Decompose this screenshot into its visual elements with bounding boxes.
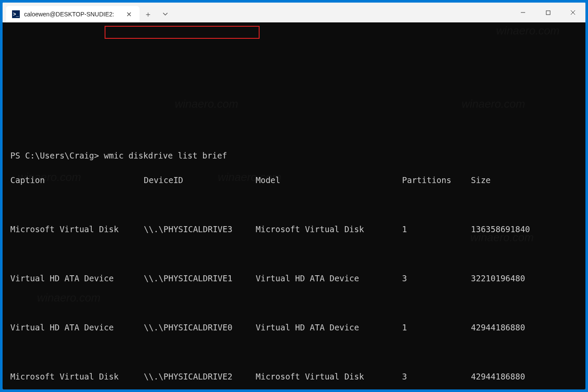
watermark: winaero.com	[496, 25, 560, 37]
terminal-tab[interactable]: >_ caloewen@DESKTOP-SNUDIE2: ✕	[6, 6, 139, 22]
close-button[interactable]	[560, 3, 585, 22]
window-controls	[511, 3, 585, 22]
maximize-button[interactable]	[535, 3, 560, 22]
table-header: CaptionDeviceIDModelPartitionsSize	[10, 174, 578, 187]
prompt-line: PS C:\Users\Craig> wmic diskdrive list b…	[10, 149, 578, 162]
command-highlight	[105, 26, 260, 39]
minimize-button[interactable]	[511, 3, 535, 22]
table-row: Microsoft Virtual Disk\\.\PHYSICALDRIVE3…	[10, 223, 578, 236]
new-tab-button[interactable]: ＋	[139, 6, 157, 22]
tab-title: caloewen@DESKTOP-SNUDIE2:	[24, 11, 120, 18]
table-row: Microsoft Virtual Disk\\.\PHYSICALDRIVE2…	[10, 370, 578, 383]
terminal-content[interactable]: winaero.com winaero.com winaero.com wina…	[3, 22, 585, 389]
table-row: Virtual HD ATA Device\\.\PHYSICALDRIVE1V…	[10, 272, 578, 285]
titlebar[interactable]: >_ caloewen@DESKTOP-SNUDIE2: ✕ ＋	[3, 3, 585, 22]
svg-rect-1	[546, 11, 550, 15]
terminal-window: >_ caloewen@DESKTOP-SNUDIE2: ✕ ＋ winaero…	[3, 3, 585, 389]
watermark: winaero.com	[175, 98, 238, 110]
watermark: winaero.com	[462, 98, 525, 110]
tab-dropdown-icon[interactable]	[157, 6, 174, 22]
powershell-icon: >_	[12, 10, 20, 18]
table-row: Virtual HD ATA Device\\.\PHYSICALDRIVE0V…	[10, 321, 578, 334]
close-tab-icon[interactable]: ✕	[124, 10, 133, 19]
